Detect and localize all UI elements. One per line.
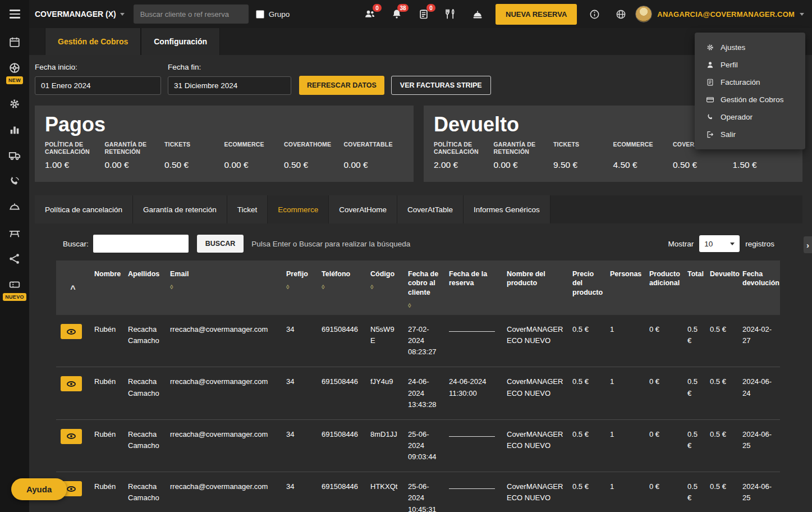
sidebar-item-delivery-new[interactable]: NEW bbox=[6, 62, 23, 84]
ver-facturas-stripe-button[interactable]: VER FACTURAS STRIPE bbox=[391, 76, 491, 95]
info-icon[interactable] bbox=[589, 9, 600, 20]
metric-value: 0.50 € bbox=[164, 160, 219, 170]
app-root: NEW NUEV bbox=[0, 0, 812, 512]
column-header-nombre[interactable]: Nombre bbox=[90, 260, 123, 315]
column-label: Precio del producto bbox=[572, 269, 601, 297]
avatar[interactable] bbox=[635, 6, 652, 22]
sidebar-item-integrations[interactable] bbox=[8, 253, 21, 265]
tab-coverattable[interactable]: CoverAtTable bbox=[397, 195, 464, 223]
sidebar-item-phone[interactable] bbox=[8, 175, 21, 188]
metric: GARANTÍA DE RETENCIÓN0.00 € bbox=[494, 141, 554, 170]
cell-fecha_devolucion: 2024-02-27 bbox=[738, 315, 780, 367]
reservations-list-button[interactable]: 0 bbox=[418, 8, 429, 20]
eye-icon bbox=[67, 329, 76, 335]
sidebar-item-delivery-truck[interactable] bbox=[8, 149, 21, 162]
menu-item-perfil[interactable]: Perfil bbox=[695, 56, 805, 74]
sidebar-item-stats[interactable] bbox=[8, 124, 21, 136]
metric-label: COVERATHOME bbox=[284, 141, 338, 156]
menu-item-ajustes[interactable]: Ajustes bbox=[695, 39, 805, 56]
sort-icon[interactable]: ◊ bbox=[370, 283, 399, 291]
user-menu-trigger[interactable]: ANAGARCIA@COVERMANAGER.COM bbox=[635, 6, 804, 22]
refrescar-datos-button[interactable]: REFRESCAR DATOS bbox=[299, 76, 384, 95]
restaurant-button[interactable] bbox=[445, 8, 456, 20]
brand-selector[interactable]: COVERMANAGER (X) bbox=[35, 10, 125, 19]
panel-expand-handle[interactable]: › bbox=[804, 236, 812, 253]
column-header-apellidos[interactable]: Apellidos bbox=[123, 260, 166, 315]
column-header-personas[interactable]: Personas bbox=[605, 260, 645, 315]
notifications-button[interactable]: 38 bbox=[391, 8, 402, 20]
sidebar-item-tickets-nuevo[interactable]: NUEVO bbox=[3, 278, 26, 301]
tab-ecommerce[interactable]: Ecommerce bbox=[268, 195, 329, 223]
hamburger-menu-button[interactable] bbox=[0, 0, 29, 28]
menu-item-operador[interactable]: Operador bbox=[695, 108, 805, 126]
column-header-fecha_devolucion[interactable]: Fecha devolución bbox=[738, 260, 780, 315]
view-detail-button[interactable] bbox=[61, 429, 82, 444]
new-reservation-button[interactable]: NUEVA RESERVA bbox=[496, 4, 577, 25]
restaurant-icon bbox=[445, 8, 456, 20]
tab-gestion-de-cobros[interactable]: Gestión de Cobros bbox=[45, 28, 141, 55]
table-row: RubénRecacha Camachorrecacha@covermanage… bbox=[56, 419, 780, 472]
client-search-input[interactable] bbox=[134, 4, 249, 24]
tab-coverathome[interactable]: CoverAtHome bbox=[329, 195, 397, 223]
metric-value: 1.50 € bbox=[733, 160, 787, 170]
sidebar-item-settings[interactable] bbox=[8, 98, 21, 110]
column-header-fecha_cobro[interactable]: Fecha de cobro al cliente◊ bbox=[403, 260, 444, 315]
metric-value: 0.50 € bbox=[673, 160, 727, 170]
globe-icon[interactable] bbox=[616, 9, 626, 20]
cell-apellidos: Recacha Camacho bbox=[123, 472, 166, 512]
tab-politica-de-cancelacion[interactable]: Política de cancelación bbox=[35, 195, 133, 223]
grupo-checkbox[interactable] bbox=[256, 10, 264, 19]
sidebar-item-room-service[interactable] bbox=[8, 201, 21, 213]
fecha-inicio-input[interactable] bbox=[35, 76, 161, 95]
column-header-prefijo[interactable]: Prefijo◊ bbox=[282, 260, 317, 315]
help-button[interactable]: Ayuda bbox=[11, 478, 67, 500]
sidebar-item-tables[interactable] bbox=[8, 227, 21, 239]
steering-wheel-icon bbox=[8, 62, 21, 74]
tab-informes-genericos[interactable]: Informes Genéricos bbox=[464, 195, 550, 223]
sidebar-item-calendar[interactable] bbox=[8, 36, 21, 48]
column-header-adicional[interactable]: Producto adicional bbox=[645, 260, 683, 315]
cell-email: rrecacha@covermanager.com bbox=[166, 472, 282, 512]
column-header-codigo[interactable]: Código◊ bbox=[366, 260, 403, 315]
cell-telefono: 691508446 bbox=[317, 367, 366, 419]
menu-item-salir[interactable]: Salir bbox=[695, 126, 805, 143]
sort-icon[interactable]: ◊ bbox=[408, 301, 440, 309]
view-detail-button[interactable] bbox=[61, 324, 82, 339]
column-header-total[interactable]: Total bbox=[683, 260, 705, 315]
column-header-fecha_reserva[interactable]: Fecha de la reserva bbox=[444, 260, 502, 315]
fecha-fin-input[interactable] bbox=[168, 76, 291, 95]
cell-fecha_devolucion: 2024-06-25 bbox=[738, 419, 780, 472]
tab-configuracion[interactable]: Configuración bbox=[141, 28, 220, 55]
cell-actions bbox=[56, 419, 90, 472]
service-bell-button[interactable] bbox=[472, 8, 483, 20]
menu-item-gestion-de-cobros[interactable]: Gestión de Cobros bbox=[695, 91, 805, 108]
metric: POLÍTICA DE CANCELACIÓN1.00 € bbox=[45, 141, 105, 170]
view-detail-button[interactable] bbox=[61, 376, 82, 391]
cell-devuelto: 0.5 € bbox=[705, 367, 738, 419]
tab-ticket[interactable]: Ticket bbox=[227, 195, 268, 223]
sort-icon[interactable]: ◊ bbox=[170, 283, 277, 291]
cell-personas: 1 bbox=[605, 419, 645, 472]
gear-icon bbox=[706, 43, 714, 52]
column-header-control: ^ bbox=[56, 260, 90, 315]
menu-item-facturacion[interactable]: Facturación bbox=[695, 74, 805, 91]
column-header-precio[interactable]: Precio del producto bbox=[568, 260, 605, 315]
sort-icon[interactable]: ◊ bbox=[286, 283, 313, 291]
clients-button[interactable]: 0 bbox=[364, 8, 375, 20]
cell-fecha_reserva: 24-06-2024 11:30:00 bbox=[444, 367, 502, 419]
fecha-inicio-field: Fecha inicio: bbox=[35, 63, 161, 95]
date-filters: Fecha inicio: Fecha fin: REFRESCAR DATOS… bbox=[35, 63, 802, 95]
pagos-title: Pagos bbox=[45, 112, 403, 136]
table-search-input[interactable] bbox=[93, 235, 189, 253]
cell-prefijo: 34 bbox=[282, 419, 317, 472]
buscar-button[interactable]: BUSCAR bbox=[197, 235, 244, 253]
column-header-email[interactable]: Email◊ bbox=[166, 260, 282, 315]
page-size-select[interactable]: 10 bbox=[699, 235, 740, 252]
tab-garantia-de-retencion[interactable]: Garantía de retención bbox=[133, 195, 227, 223]
column-header-telefono[interactable]: Teléfono◊ bbox=[317, 260, 366, 315]
chevron-down-icon bbox=[120, 13, 125, 16]
cell-fecha_reserva bbox=[444, 419, 502, 472]
column-header-devuelto[interactable]: Devuelto bbox=[705, 260, 738, 315]
sort-icon[interactable]: ◊ bbox=[322, 283, 361, 291]
column-header-producto[interactable]: Nombre del producto bbox=[502, 260, 568, 315]
